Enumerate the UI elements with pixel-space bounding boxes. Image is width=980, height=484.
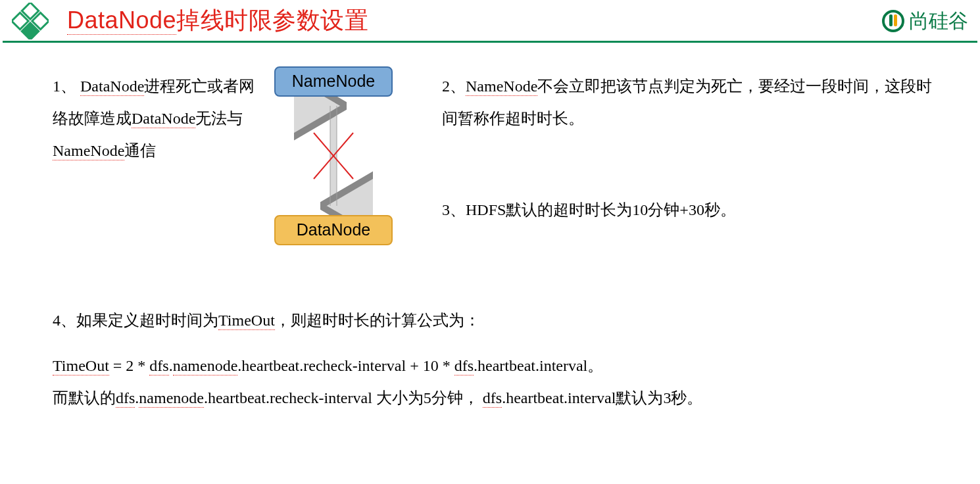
formula-text: TimeOut = 2 * dfs.namenode.heartbeat.rec… (53, 350, 941, 382)
diagram: NameNode (258, 66, 409, 245)
point-3: 3、HDFS默认的超时时长为10分钟+30秒。 (442, 194, 941, 226)
diamond-logo-icon (12, 3, 49, 39)
defaults-text: 而默认的dfs.namenode.heartbeat.recheck-inter… (53, 382, 941, 414)
brand-text: 尚硅谷 (909, 8, 968, 35)
page-title: DataNode掉线时限参数设置 (67, 5, 368, 37)
brand-logo: 尚硅谷 (881, 8, 968, 35)
svg-point-4 (883, 11, 903, 31)
brand-icon (881, 9, 905, 33)
point-4: 4、如果定义超时时间为TimeOut，则超时时长的计算公式为： (53, 304, 941, 337)
point-2: 2、NameNode不会立即把该节点判定为死亡，要经过一段时间，这段时间暂称作超… (442, 70, 941, 135)
point-1: 1、 DataNode进程死亡或者网络故障造成DataNode无法与NameNo… (53, 70, 258, 168)
datanode-box: DataNode (274, 215, 393, 245)
double-arrow-icon (294, 97, 373, 215)
svg-rect-6 (894, 14, 897, 26)
svg-rect-5 (889, 14, 893, 26)
namenode-box: NameNode (274, 66, 393, 97)
